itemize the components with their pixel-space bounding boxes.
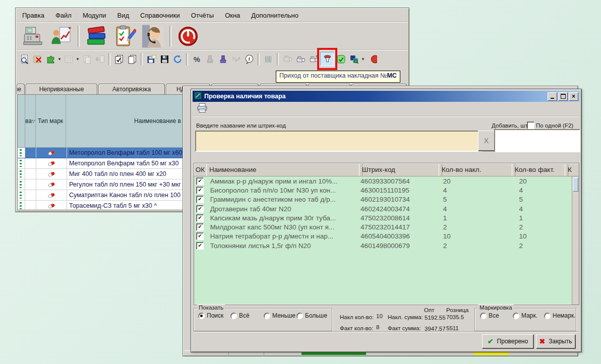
scrollbar-thumb[interactable] <box>573 177 578 192</box>
operator-icon[interactable] <box>139 24 167 48</box>
menu-item-3[interactable]: Вид <box>111 12 135 19</box>
availability-row[interactable]: ✔ Бисопролол таб п/п/о 10мг N30 уп кон..… <box>194 186 572 195</box>
tab-1[interactable]: Непривязанные <box>26 84 97 94</box>
qty-invoice-cell: 1 <box>439 214 515 222</box>
cash-register-icon[interactable] <box>19 24 47 48</box>
menu-item-4[interactable]: Справочники <box>135 12 186 19</box>
dropdown-arrow-icon[interactable]: ▼ <box>75 57 80 62</box>
ok-cell: ✔ <box>194 223 206 231</box>
availability-row[interactable]: ✔ Аммиак р-р д/наруж прим и ингал 10%...… <box>194 176 572 186</box>
clipped-red-icon[interactable] <box>366 52 379 66</box>
menu-item-2[interactable]: Модули <box>77 12 112 19</box>
opt-header: Опт <box>424 307 434 313</box>
check-availability-icon[interactable] <box>320 52 334 66</box>
invoice-sum-label: Накл. сумма: <box>388 314 423 320</box>
stamp-icon[interactable] <box>203 52 216 66</box>
return-icon[interactable] <box>93 52 106 66</box>
ok-checkbox[interactable]: ✔ <box>196 242 204 250</box>
price-stamp-icon[interactable] <box>216 52 229 66</box>
radio-showradios-1[interactable]: Всё <box>230 312 250 319</box>
ok-cell: ✔ <box>194 196 206 203</box>
scanner-registry-icon[interactable] <box>294 52 307 66</box>
marking-check-icon[interactable] <box>334 52 347 66</box>
merge-icon[interactable] <box>80 52 93 66</box>
show-groupbox: Показать Поиск Всё Меньше Больше <box>194 308 332 331</box>
ok-checkbox[interactable]: ✔ <box>196 187 204 194</box>
info-icon[interactable]: i <box>243 52 256 66</box>
dropdown-arrow-icon[interactable]: ▼ <box>57 57 62 62</box>
radio-dot-icon <box>198 313 205 319</box>
toolbar-separator <box>186 53 188 65</box>
ok-checkbox[interactable]: ✔ <box>196 205 204 213</box>
radio-dot-icon <box>296 313 303 319</box>
ok-checkbox[interactable]: ✔ <box>196 214 204 222</box>
menu-item-0[interactable]: Правка <box>17 12 50 19</box>
revaluation-clipboard-icon[interactable] <box>110 24 139 48</box>
minimize-icon <box>551 98 554 99</box>
verified-button[interactable]: ✔ Проверено <box>482 334 533 348</box>
save-icon[interactable] <box>158 52 171 66</box>
availability-row[interactable]: ✔ Граммидин с анестетиком нео таб д/р...… <box>194 195 572 204</box>
tooltip-invoice-number: МС <box>387 72 396 79</box>
marking-group-label: Маркировка <box>478 305 514 311</box>
qty-fact-cell: 4 <box>515 187 571 194</box>
auto-markup-icon[interactable]: % <box>229 52 243 66</box>
qty-invoice-cell: 4 <box>439 205 515 213</box>
clear-search-button[interactable]: X <box>478 131 495 151</box>
table-view-icon[interactable] <box>62 52 75 66</box>
availability-row[interactable]: ✔ Толокнянки листья 1,5г ф/п N20 4601498… <box>194 241 572 250</box>
barcode-cell: 4602424003474 <box>360 205 439 213</box>
save-as-icon[interactable] <box>145 52 158 66</box>
ok-checkbox[interactable]: ✔ <box>196 196 204 203</box>
availability-column-header-2: Штрих-код <box>359 163 442 176</box>
dialog-titlebar: Проверка наличия товара × <box>193 91 580 102</box>
menu-item-5[interactable]: Отчёты <box>186 12 219 19</box>
maximize-button[interactable] <box>558 92 568 101</box>
radio-showradios-3[interactable]: Больше <box>296 312 327 319</box>
select-pages-icon[interactable] <box>112 52 126 66</box>
search-input[interactable] <box>195 131 483 152</box>
export-icon[interactable] <box>44 52 57 66</box>
ok-checkbox[interactable]: ✔ <box>196 232 204 240</box>
vertical-scrollbar[interactable] <box>572 176 579 305</box>
refresh-icon[interactable] <box>171 52 184 66</box>
menu-item-1[interactable]: Файл <box>50 12 77 19</box>
tab-2[interactable]: Автопривязка <box>98 84 165 94</box>
minimize-button[interactable] <box>548 92 557 101</box>
tab-0[interactable]: ные <box>17 84 25 94</box>
pill-icon <box>36 158 67 168</box>
availability-row[interactable]: ✔ Натрия тетраборат р-р д/местн и нар...… <box>194 232 572 241</box>
close-dialog-button[interactable]: ✖ Закрыть <box>536 334 575 348</box>
per-one-checkbox[interactable] <box>527 122 534 129</box>
scan-icon[interactable] <box>281 52 294 66</box>
availability-row[interactable]: ✔ Капсикам мазь д/наруж прим 30г туба...… <box>194 213 572 222</box>
dropdown-arrow-icon[interactable]: ▼ <box>360 57 366 62</box>
print-preview-icon[interactable] <box>18 52 31 66</box>
ok-checkbox[interactable]: ✔ <box>196 177 204 185</box>
menu-item-6[interactable]: Окна <box>219 12 246 19</box>
sales-analytics-icon[interactable] <box>47 24 75 48</box>
labels-print-icon[interactable] <box>347 52 360 66</box>
qty-invoice-cell: 2 <box>439 223 515 231</box>
print-icon[interactable] <box>197 103 208 115</box>
radio-markradios-0[interactable]: Все <box>480 312 499 319</box>
products-column-header-1[interactable]: ва ▽ <box>25 95 36 147</box>
delete-document-icon[interactable] <box>31 52 44 66</box>
ok-checkbox[interactable]: ✔ <box>196 223 204 231</box>
availability-row[interactable]: ✔ Дротаверин таб 40мг N20 4602424003474 … <box>194 204 572 213</box>
radio-showradios-0[interactable]: Поиск <box>198 312 223 319</box>
availability-row[interactable]: ✔ Милдронат капс 500мг N30 (уп конт я...… <box>194 222 572 231</box>
divider <box>194 331 579 332</box>
exit-power-icon[interactable] <box>174 24 202 48</box>
scanner-upload-icon[interactable] <box>307 52 320 66</box>
copy-pages-icon[interactable] <box>126 52 139 66</box>
quantity-input[interactable] <box>494 129 580 152</box>
barcode-icon[interactable] <box>262 52 275 66</box>
close-button[interactable]: × <box>569 92 578 101</box>
menu-item-7[interactable]: Дополнительно <box>246 12 304 19</box>
radio-markradios-1[interactable]: Марк. <box>513 312 537 319</box>
percent-markup-icon[interactable]: % <box>190 52 203 66</box>
radio-showradios-2[interactable]: Меньше <box>264 312 295 319</box>
catalog-books-icon[interactable] <box>82 24 110 48</box>
radio-markradios-2[interactable]: Немарк. <box>544 312 576 319</box>
